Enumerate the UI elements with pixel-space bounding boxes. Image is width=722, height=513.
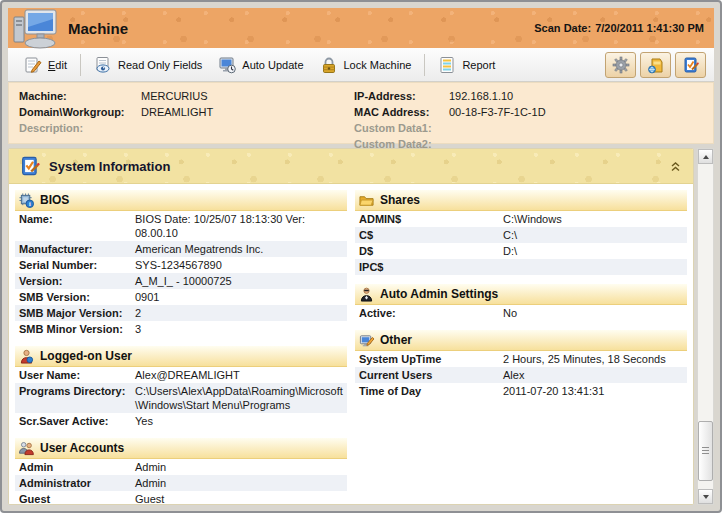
- scrollbar-thumb[interactable]: [698, 421, 713, 481]
- machine-info-panel: Machine: MERCURIUS Domain\Workgroup: DRE…: [8, 82, 714, 144]
- shares-rows: ADMIN$C:\Windows C$C:\ D$D:\ IPC$: [355, 211, 687, 275]
- arrow-down-icon: [703, 495, 709, 499]
- table-row: GuestGuest: [15, 491, 347, 504]
- user-accounts-icon: [19, 441, 34, 456]
- table-row: SMB Minor Version:3: [15, 321, 347, 337]
- mac-address-value: 00-18-F3-7F-1C-1D: [449, 104, 546, 120]
- bios-header: i BIOS: [15, 190, 347, 211]
- admin-person-icon: [359, 287, 374, 302]
- logged-on-user-title: Logged-on User: [40, 349, 132, 363]
- table-row: User Name:Alex@DREAMLIGHT: [15, 367, 347, 383]
- other-header: Other: [355, 330, 687, 351]
- auto-admin-settings-title: Auto Admin Settings: [380, 287, 498, 301]
- read-only-fields-button[interactable]: Read Only Fields: [86, 52, 210, 78]
- table-row: Programs Directory:C:\Users\Alex\AppData…: [15, 383, 347, 413]
- scan-date-value: 7/20/2011 1:41:30 PM: [595, 22, 704, 34]
- auto-update-button[interactable]: Auto Update: [210, 52, 311, 78]
- export-package-icon: [647, 56, 665, 74]
- left-column: i BIOS Name:BIOS Date: 10/25/07 18:13:30…: [15, 190, 347, 498]
- table-row: SMB Major Version:2: [15, 305, 347, 321]
- table-row: C$C:\: [355, 227, 687, 243]
- edit-note-button[interactable]: [675, 52, 706, 78]
- vertical-scrollbar[interactable]: [697, 148, 714, 505]
- group-logged-on-user: Logged-on User User Name:Alex@DREAMLIGHT…: [15, 346, 347, 429]
- scroll-up-button[interactable]: [698, 149, 713, 164]
- machine-window: Machine Scan Date:7/20/2011 1:41:30 PM E…: [0, 0, 722, 513]
- other-title: Other: [380, 333, 412, 347]
- custom-data1-label: Custom Data1:: [354, 120, 449, 136]
- logged-on-user-icon: [19, 349, 34, 364]
- mac-address-row: MAC Address: 00-18-F3-7F-1C-1D: [354, 104, 703, 120]
- table-row: Version:A_M_I_ - 10000725: [15, 273, 347, 289]
- shares-folder-icon: [359, 193, 374, 208]
- auto-admin-rows: Active:No: [355, 305, 687, 321]
- collapse-section-button[interactable]: [668, 159, 683, 174]
- system-information-titlebar: System Information: [9, 149, 693, 184]
- settings-gear-button[interactable]: [605, 52, 636, 78]
- lock-machine-button[interactable]: Lock Machine: [312, 52, 420, 78]
- domain-workgroup-value: DREAMLIGHT: [141, 104, 213, 120]
- auto-update-label: Auto Update: [242, 59, 303, 71]
- arrow-up-icon: [703, 155, 709, 159]
- section-title: System Information: [49, 159, 170, 174]
- bios-rows: Name:BIOS Date: 10/25/07 18:13:30 Ver: 0…: [15, 211, 347, 337]
- gear-icon: [612, 56, 630, 74]
- computer-workstation-icon: [12, 8, 60, 48]
- user-accounts-title: User Accounts: [40, 441, 124, 455]
- table-row: SMB Version:0901: [15, 289, 347, 305]
- machine-info-left: Machine: MERCURIUS Domain\Workgroup: DRE…: [19, 88, 354, 138]
- domain-workgroup-label: Domain\Workgroup:: [19, 104, 141, 120]
- other-rows: System UpTime2 Hours, 25 Minutes, 18 Sec…: [355, 351, 687, 399]
- page-title: Machine: [68, 20, 128, 37]
- table-row: ADMIN$C:\Windows: [355, 211, 687, 227]
- auto-admin-settings-header: Auto Admin Settings: [355, 284, 687, 305]
- bios-chip-icon: i: [19, 193, 34, 208]
- table-row: Scr.Saver Active:Yes: [15, 413, 347, 429]
- table-row: System UpTime2 Hours, 25 Minutes, 18 Sec…: [355, 351, 687, 367]
- mac-address-label: MAC Address:: [354, 104, 449, 120]
- read-only-eye-icon: [94, 56, 112, 74]
- table-row: Current UsersAlex: [355, 367, 687, 383]
- report-label: Report: [462, 59, 495, 71]
- lock-machine-label: Lock Machine: [344, 59, 412, 71]
- machine-info-right: IP-Address: 192.168.1.10 MAC Address: 00…: [354, 88, 703, 138]
- scrollbar-track[interactable]: [698, 164, 713, 489]
- machine-header: Machine Scan Date:7/20/2011 1:41:30 PM: [8, 8, 714, 48]
- group-auto-admin-settings: Auto Admin Settings Active:No: [355, 284, 687, 321]
- logged-on-user-rows: User Name:Alex@DREAMLIGHT Programs Direc…: [15, 367, 347, 429]
- edit-button-label: Edit: [48, 59, 67, 71]
- description-label: Description:: [19, 120, 141, 136]
- scan-date: Scan Date:7/20/2011 1:41:30 PM: [534, 22, 704, 34]
- custom-data1-row: Custom Data1:: [354, 120, 703, 136]
- edit-icon: [24, 56, 42, 74]
- machine-label: Machine:: [19, 88, 141, 104]
- table-row: Time of Day2011-07-20 13:41:31: [355, 383, 687, 399]
- table-row: Serial Number:SYS-1234567890: [15, 257, 347, 273]
- report-button[interactable]: Report: [430, 52, 503, 78]
- description-row: Description:: [19, 120, 354, 136]
- svg-text:i: i: [29, 201, 31, 207]
- system-information-section: System Information i BIOS Name:BIOS Date…: [8, 148, 714, 505]
- table-row: D$D:\: [355, 243, 687, 259]
- table-row: Name:BIOS Date: 10/25/07 18:13:30 Ver: 0…: [15, 211, 347, 241]
- user-accounts-rows: AdminAdmin AdministratorAdmin GuestGuest…: [15, 459, 347, 504]
- export-package-button[interactable]: [640, 52, 671, 78]
- edit-note-icon: [682, 56, 700, 74]
- monitor-refresh-icon: [218, 56, 236, 74]
- system-information-panel: System Information i BIOS Name:BIOS Date…: [8, 148, 694, 505]
- right-column: Shares ADMIN$C:\Windows C$C:\ D$D:\ IPC$: [355, 190, 687, 498]
- edit-button[interactable]: Edit: [16, 52, 75, 78]
- system-information-content: i BIOS Name:BIOS Date: 10/25/07 18:13:30…: [9, 184, 693, 504]
- group-bios: i BIOS Name:BIOS Date: 10/25/07 18:13:30…: [15, 190, 347, 337]
- ip-address-label: IP-Address:: [354, 88, 449, 104]
- group-other: Other System UpTime2 Hours, 25 Minutes, …: [355, 330, 687, 399]
- scrollbar-grip-icon: [702, 447, 709, 455]
- group-user-accounts: User Accounts AdminAdmin AdministratorAd…: [15, 438, 347, 504]
- domain-workgroup-row: Domain\Workgroup: DREAMLIGHT: [19, 104, 354, 120]
- table-row: Active:No: [355, 305, 687, 321]
- machine-row: Machine: MERCURIUS: [19, 88, 354, 104]
- scroll-down-button[interactable]: [698, 489, 713, 504]
- toolbar-separator: [424, 54, 425, 76]
- machine-value: MERCURIUS: [141, 88, 208, 104]
- shares-header: Shares: [355, 190, 687, 211]
